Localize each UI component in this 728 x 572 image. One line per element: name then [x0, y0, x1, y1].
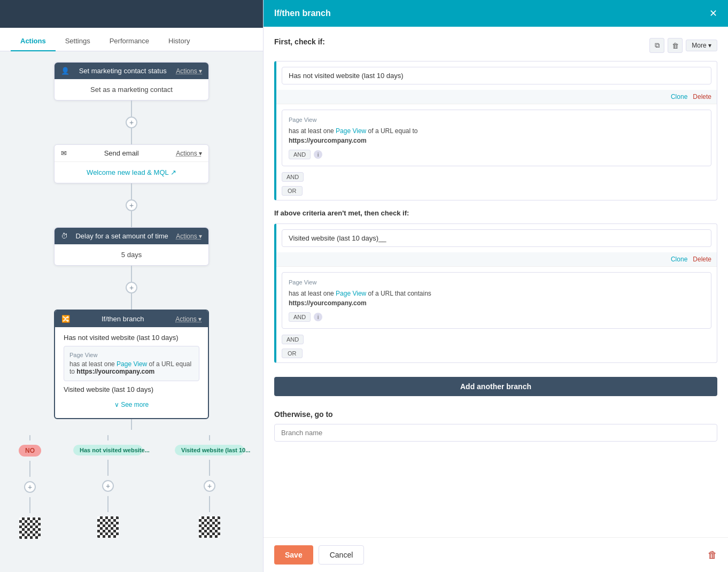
delete-btn[interactable]: 🗑 [668, 38, 683, 51]
tab-actions[interactable]: Actions [11, 32, 56, 51]
tab-performance[interactable]: Performance [100, 32, 159, 51]
tab-history[interactable]: History [159, 32, 199, 51]
more-btn[interactable]: More ▾ [686, 40, 717, 51]
tab-settings[interactable]: Settings [56, 32, 100, 51]
panel-close-btn[interactable]: ✕ [709, 7, 717, 19]
panel-body: First, check if: ⧉ 🗑 More ▾ Clone Delete… [264, 27, 728, 51]
right-panel: If/then branch ✕ First, check if: ⧉ 🗑 Mo… [263, 0, 728, 51]
panel-title: If/then branch [274, 9, 331, 18]
panel-header: If/then branch ✕ [264, 0, 728, 27]
panel-toolbar: ⧉ 🗑 More ▾ [649, 38, 717, 51]
copy-btn[interactable]: ⧉ [649, 38, 664, 51]
first-check-row: First, check if: ⧉ 🗑 More ▾ [274, 37, 717, 51]
first-check-label: First, check if: [274, 37, 325, 46]
